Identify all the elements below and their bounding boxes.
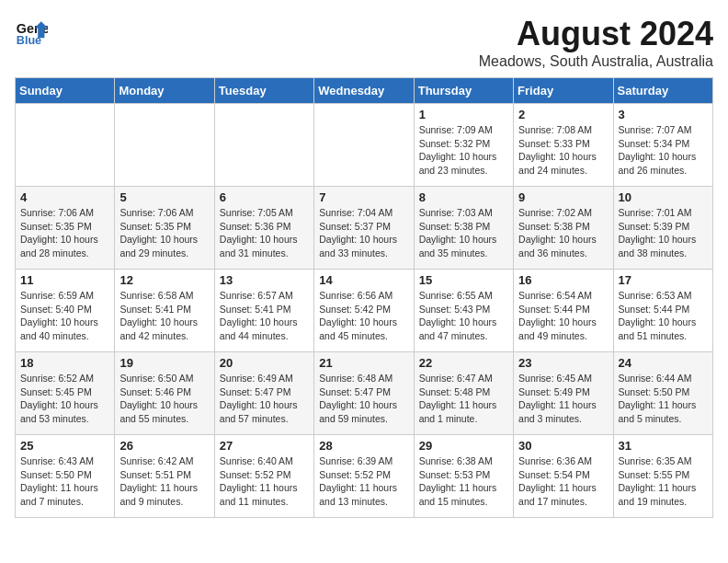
day-number: 20 (220, 356, 309, 370)
day-number: 7 (319, 190, 408, 204)
day-number: 19 (119, 356, 209, 370)
day-number: 9 (518, 190, 608, 204)
title-area: August 2024 Meadows, South Australia, Au… (479, 15, 713, 70)
day-number: 24 (619, 356, 708, 370)
day-number: 21 (319, 356, 408, 370)
day-info: Sunrise: 6:38 AM Sunset: 5:53 PM Dayligh… (419, 454, 508, 509)
calendar-cell (314, 104, 414, 187)
calendar-cell: 4Sunrise: 7:06 AM Sunset: 5:35 PM Daylig… (16, 187, 115, 270)
day-info: Sunrise: 6:42 AM Sunset: 5:51 PM Dayligh… (119, 454, 209, 509)
day-info: Sunrise: 6:44 AM Sunset: 5:50 PM Dayligh… (619, 372, 708, 426)
day-info: Sunrise: 7:05 AM Sunset: 5:36 PM Dayligh… (220, 206, 309, 260)
day-number: 28 (319, 439, 408, 453)
calendar-cell: 6Sunrise: 7:05 AM Sunset: 5:36 PM Daylig… (214, 187, 313, 270)
calendar-cell: 24Sunrise: 6:44 AM Sunset: 5:50 PM Dayli… (613, 352, 712, 435)
day-info: Sunrise: 7:04 AM Sunset: 5:37 PM Dayligh… (319, 206, 408, 260)
day-number: 8 (419, 190, 508, 204)
day-info: Sunrise: 6:35 AM Sunset: 5:55 PM Dayligh… (619, 454, 708, 509)
day-info: Sunrise: 6:39 AM Sunset: 5:52 PM Dayligh… (319, 454, 408, 509)
calendar-cell: 28Sunrise: 6:39 AM Sunset: 5:52 PM Dayli… (314, 435, 414, 518)
day-number: 6 (220, 190, 309, 204)
day-info: Sunrise: 7:02 AM Sunset: 5:38 PM Dayligh… (518, 206, 608, 260)
day-number: 11 (20, 273, 109, 287)
header-sunday: Sunday (16, 78, 115, 104)
day-info: Sunrise: 6:50 AM Sunset: 5:46 PM Dayligh… (119, 372, 209, 426)
day-number: 18 (20, 356, 109, 370)
calendar-cell (115, 104, 214, 187)
day-info: Sunrise: 6:48 AM Sunset: 5:47 PM Dayligh… (319, 372, 408, 426)
calendar-cell: 27Sunrise: 6:40 AM Sunset: 5:52 PM Dayli… (214, 435, 313, 518)
day-info: Sunrise: 7:06 AM Sunset: 5:35 PM Dayligh… (119, 206, 209, 260)
day-number: 12 (119, 273, 209, 287)
calendar-cell: 19Sunrise: 6:50 AM Sunset: 5:46 PM Dayli… (115, 352, 214, 435)
day-number: 29 (419, 439, 508, 453)
calendar-cell: 31Sunrise: 6:35 AM Sunset: 5:55 PM Dayli… (613, 435, 712, 518)
day-number: 1 (419, 108, 508, 121)
header-monday: Monday (115, 78, 214, 104)
calendar-cell: 12Sunrise: 6:58 AM Sunset: 5:41 PM Dayli… (115, 270, 214, 352)
day-info: Sunrise: 7:03 AM Sunset: 5:38 PM Dayligh… (419, 206, 508, 260)
day-info: Sunrise: 6:56 AM Sunset: 5:42 PM Dayligh… (319, 289, 408, 343)
calendar-week-row: 25Sunrise: 6:43 AM Sunset: 5:50 PM Dayli… (16, 435, 713, 518)
calendar-cell: 16Sunrise: 6:54 AM Sunset: 5:44 PM Dayli… (514, 270, 613, 352)
day-number: 15 (419, 273, 508, 287)
day-number: 10 (619, 190, 708, 204)
header-wednesday: Wednesday (314, 78, 414, 104)
day-number: 3 (619, 108, 708, 121)
calendar-week-row: 4Sunrise: 7:06 AM Sunset: 5:35 PM Daylig… (16, 187, 713, 270)
calendar-title: August 2024 (479, 15, 713, 53)
calendar-cell: 13Sunrise: 6:57 AM Sunset: 5:41 PM Dayli… (214, 270, 313, 352)
day-number: 16 (518, 273, 608, 287)
day-info: Sunrise: 6:58 AM Sunset: 5:41 PM Dayligh… (119, 289, 209, 343)
calendar-cell: 8Sunrise: 7:03 AM Sunset: 5:38 PM Daylig… (414, 187, 513, 270)
calendar-cell: 17Sunrise: 6:53 AM Sunset: 5:44 PM Dayli… (613, 270, 712, 352)
calendar-table: Sunday Monday Tuesday Wednesday Thursday… (15, 77, 713, 518)
header-tuesday: Tuesday (214, 78, 313, 104)
calendar-week-row: 1Sunrise: 7:09 AM Sunset: 5:32 PM Daylig… (16, 104, 713, 187)
day-number: 22 (419, 356, 508, 370)
day-info: Sunrise: 6:53 AM Sunset: 5:44 PM Dayligh… (619, 289, 708, 343)
day-info: Sunrise: 6:43 AM Sunset: 5:50 PM Dayligh… (20, 454, 109, 509)
day-info: Sunrise: 6:40 AM Sunset: 5:52 PM Dayligh… (220, 454, 309, 509)
calendar-cell: 2Sunrise: 7:08 AM Sunset: 5:33 PM Daylig… (514, 104, 613, 187)
header: General Blue August 2024 Meadows, South … (15, 15, 713, 70)
day-info: Sunrise: 6:49 AM Sunset: 5:47 PM Dayligh… (220, 372, 309, 426)
day-number: 25 (20, 439, 109, 453)
svg-text:Blue: Blue (17, 34, 41, 47)
day-info: Sunrise: 7:08 AM Sunset: 5:33 PM Dayligh… (518, 123, 608, 178)
calendar-cell: 29Sunrise: 6:38 AM Sunset: 5:53 PM Dayli… (414, 435, 513, 518)
day-info: Sunrise: 6:57 AM Sunset: 5:41 PM Dayligh… (220, 289, 309, 343)
calendar-header-row: Sunday Monday Tuesday Wednesday Thursday… (16, 78, 713, 104)
day-info: Sunrise: 7:01 AM Sunset: 5:39 PM Dayligh… (619, 206, 708, 260)
calendar-cell: 18Sunrise: 6:52 AM Sunset: 5:45 PM Dayli… (16, 352, 115, 435)
day-number: 13 (220, 273, 309, 287)
day-info: Sunrise: 6:36 AM Sunset: 5:54 PM Dayligh… (518, 454, 608, 509)
header-thursday: Thursday (414, 78, 513, 104)
day-number: 31 (619, 439, 708, 453)
calendar-cell: 3Sunrise: 7:07 AM Sunset: 5:34 PM Daylig… (613, 104, 712, 187)
calendar-cell: 1Sunrise: 7:09 AM Sunset: 5:32 PM Daylig… (414, 104, 513, 187)
day-info: Sunrise: 6:45 AM Sunset: 5:49 PM Dayligh… (518, 372, 608, 426)
day-info: Sunrise: 7:07 AM Sunset: 5:34 PM Dayligh… (619, 123, 708, 178)
day-number: 30 (518, 439, 608, 453)
header-friday: Friday (514, 78, 613, 104)
day-number: 23 (518, 356, 608, 370)
calendar-week-row: 11Sunrise: 6:59 AM Sunset: 5:40 PM Dayli… (16, 270, 713, 352)
calendar-subtitle: Meadows, South Australia, Australia (479, 53, 713, 70)
day-number: 26 (119, 439, 209, 453)
calendar-week-row: 18Sunrise: 6:52 AM Sunset: 5:45 PM Dayli… (16, 352, 713, 435)
day-info: Sunrise: 6:54 AM Sunset: 5:44 PM Dayligh… (518, 289, 608, 343)
day-number: 5 (119, 190, 209, 204)
logo-icon: General Blue (15, 15, 48, 48)
header-saturday: Saturday (613, 78, 712, 104)
calendar-cell: 20Sunrise: 6:49 AM Sunset: 5:47 PM Dayli… (214, 352, 313, 435)
calendar-cell: 14Sunrise: 6:56 AM Sunset: 5:42 PM Dayli… (314, 270, 414, 352)
calendar-cell: 25Sunrise: 6:43 AM Sunset: 5:50 PM Dayli… (16, 435, 115, 518)
calendar-cell: 30Sunrise: 6:36 AM Sunset: 5:54 PM Dayli… (514, 435, 613, 518)
day-info: Sunrise: 6:47 AM Sunset: 5:48 PM Dayligh… (419, 372, 508, 426)
calendar-cell (214, 104, 313, 187)
day-info: Sunrise: 6:55 AM Sunset: 5:43 PM Dayligh… (419, 289, 508, 343)
calendar-cell: 21Sunrise: 6:48 AM Sunset: 5:47 PM Dayli… (314, 352, 414, 435)
day-number: 14 (319, 273, 408, 287)
calendar-cell: 26Sunrise: 6:42 AM Sunset: 5:51 PM Dayli… (115, 435, 214, 518)
